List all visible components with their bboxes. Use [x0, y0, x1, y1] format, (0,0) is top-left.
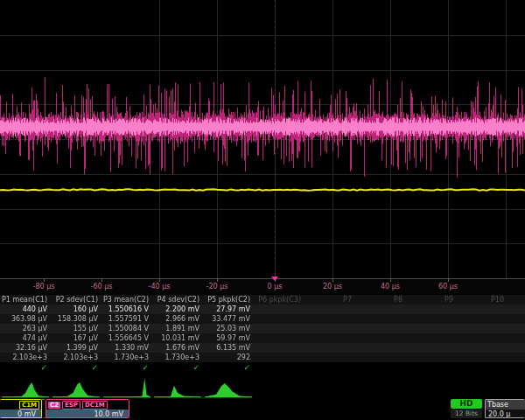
- table-row: 32.16 µV1.399 µV1.330 mV1.676 mV6.135 mV: [0, 343, 525, 353]
- measure-value[interactable]: 1.399 µV: [51, 343, 102, 353]
- channel-c2-descriptor[interactable]: C2 ESP DC1M 10.0 mV: [46, 399, 130, 418]
- timebase-label: Tbase: [486, 400, 525, 410]
- time-axis-label: -20 µs: [206, 283, 228, 290]
- axis-tick: [44, 279, 45, 282]
- measure-value[interactable]: 2.966 mV: [152, 314, 203, 324]
- c2-esp-badge: ESP: [62, 401, 80, 410]
- measure-value[interactable]: 32.16 µV: [0, 343, 51, 353]
- measure-header[interactable]: P3 mean(C2): [102, 295, 152, 304]
- histicon-shape: [154, 386, 201, 397]
- measure-header[interactable]: P5 pkpk(C2): [203, 295, 254, 304]
- table-row: 440 µV160 µV1.550616 V2.200 mV27.97 mV: [0, 304, 525, 314]
- axis-tick: [217, 279, 218, 282]
- histicon-baseline: [103, 396, 150, 398]
- measure-value[interactable]: 363.98 µV: [0, 314, 51, 324]
- histicon-baseline: [205, 396, 252, 398]
- measure-value[interactable]: 1.556645 V: [102, 333, 152, 343]
- time-axis-label: 0 µs: [268, 283, 283, 290]
- time-axis-label: 40 µs: [381, 283, 400, 290]
- measure-value[interactable]: 158.308 µV: [51, 314, 102, 324]
- measure-value[interactable]: 10.031 mV: [152, 333, 203, 343]
- measure-value[interactable]: 1.550616 V: [102, 304, 152, 314]
- status-check-icon: ✓: [203, 362, 254, 374]
- timebase-descriptor[interactable]: Tbase 20.0 µ: [485, 399, 525, 418]
- c2-vertical-scale: 10.0 mV: [46, 410, 129, 418]
- histicon[interactable]: [102, 375, 152, 399]
- oscilloscope-screen: -100 µs-80 µs-60 µs-40 µs-20 µs0 µs20 µs…: [0, 0, 525, 420]
- measure-value[interactable]: 160 µV: [51, 304, 102, 314]
- status-check-icon: ✓: [102, 362, 152, 374]
- measure-value[interactable]: 1.730e+3: [152, 353, 203, 362]
- axis-tick: [448, 279, 449, 282]
- measure-value[interactable]: 27.97 mV: [203, 304, 254, 314]
- table-row: P1 mean(C1)P2 sdev(C1)P3 mean(C2)P4 sdev…: [0, 295, 525, 304]
- c1-coupling-badge: C1M: [19, 401, 39, 410]
- measure-header[interactable]: P1 mean(C1): [0, 295, 51, 304]
- measure-value[interactable]: 25.03 mV: [203, 324, 254, 333]
- table-row: ✓✓✓✓✓: [0, 362, 525, 374]
- measure-value[interactable]: 474 µV: [0, 333, 51, 343]
- trigger-position-icon[interactable]: [271, 276, 278, 281]
- measure-value[interactable]: 1.557591 V: [102, 314, 152, 324]
- measure-header-inactive[interactable]: P10: [457, 295, 508, 304]
- time-axis-label: 20 µs: [323, 283, 342, 290]
- histicon-shape: [205, 383, 252, 397]
- table-row: 263 µV155 µV1.550084 V1.891 mV25.03 mV: [0, 324, 525, 333]
- descriptor-bar: C1M 0 mV C2 ESP DC1M 10.0 mV + HD 12 Bit…: [0, 399, 525, 420]
- histicon-strip: [0, 375, 525, 399]
- table-row: 474 µV167 µV1.556645 V10.031 mV59.97 mV: [0, 333, 525, 343]
- time-axis-label: -60 µs: [91, 283, 113, 290]
- histicon-baseline: [52, 396, 100, 398]
- time-axis-label: -40 µs: [149, 283, 171, 290]
- measure-value[interactable]: 263 µV: [0, 324, 51, 333]
- measure-value[interactable]: 2.103e+3: [0, 353, 51, 362]
- measure-header-inactive[interactable]: P9: [406, 295, 457, 304]
- measure-value[interactable]: 1.676 mV: [152, 343, 203, 353]
- c2-label: C2: [48, 402, 60, 409]
- measure-value[interactable]: 1.730e+3: [102, 353, 152, 362]
- measure-header[interactable]: P4 sdev(C2): [152, 295, 203, 304]
- measure-header-inactive[interactable]: P7: [304, 295, 355, 304]
- measure-value[interactable]: 2.103e+3: [51, 353, 102, 362]
- histicon-shape: [2, 382, 49, 397]
- histicon[interactable]: [51, 375, 102, 399]
- time-axis-label: -80 µs: [33, 283, 55, 290]
- histicon-shape: [52, 382, 100, 397]
- axis-tick: [332, 279, 333, 282]
- measure-value[interactable]: 59.97 mV: [203, 333, 254, 343]
- time-axis: -100 µs-80 µs-60 µs-40 µs-20 µs0 µs20 µs…: [0, 278, 525, 294]
- measure-header-inactive[interactable]: P6 pkpk(C3): [254, 295, 304, 304]
- histicon[interactable]: [152, 375, 203, 399]
- histicon-baseline: [2, 396, 49, 398]
- c2-coupling-badge: DC1M: [82, 401, 108, 410]
- measure-value[interactable]: 33.477 mV: [203, 314, 254, 324]
- measure-value[interactable]: 167 µV: [51, 333, 102, 343]
- table-row: 363.98 µV158.308 µV1.557591 V2.966 mV33.…: [0, 314, 525, 324]
- measure-header-inactive[interactable]: P8: [355, 295, 406, 304]
- histicon-shape: [103, 378, 150, 397]
- measure-value[interactable]: 2.200 mV: [152, 304, 203, 314]
- measure-value[interactable]: 1.550084 V: [102, 324, 152, 333]
- measure-value[interactable]: 1.330 mV: [102, 343, 152, 353]
- measure-value[interactable]: 1.891 mV: [152, 324, 203, 333]
- axis-tick: [390, 279, 391, 282]
- measure-value[interactable]: 6.135 mV: [203, 343, 254, 353]
- histicon-baseline: [154, 396, 201, 398]
- timebase-value: 20.0 µ: [486, 410, 525, 418]
- measure-value[interactable]: 440 µV: [0, 304, 51, 314]
- measure-value[interactable]: 292: [203, 353, 254, 362]
- hd-bits-label: 12 Bits: [451, 410, 482, 418]
- waveform-display[interactable]: [0, 0, 525, 278]
- status-check-icon: ✓: [0, 362, 51, 374]
- status-check-icon: ✓: [51, 362, 102, 374]
- measure-value[interactable]: 155 µV: [51, 324, 102, 333]
- channel-c1-descriptor[interactable]: C1M 0 mV: [0, 399, 42, 418]
- hd-mode-badge[interactable]: HD: [451, 399, 482, 409]
- c1-vertical-scale: 0 mV: [0, 410, 41, 418]
- histicon[interactable]: [203, 375, 254, 399]
- table-row: 2.103e+32.103e+31.730e+31.730e+3292: [0, 353, 525, 362]
- measure-header[interactable]: P2 sdev(C1): [51, 295, 102, 304]
- axis-tick: [102, 279, 102, 282]
- histicon[interactable]: [0, 375, 51, 399]
- status-check-icon: ✓: [152, 362, 203, 374]
